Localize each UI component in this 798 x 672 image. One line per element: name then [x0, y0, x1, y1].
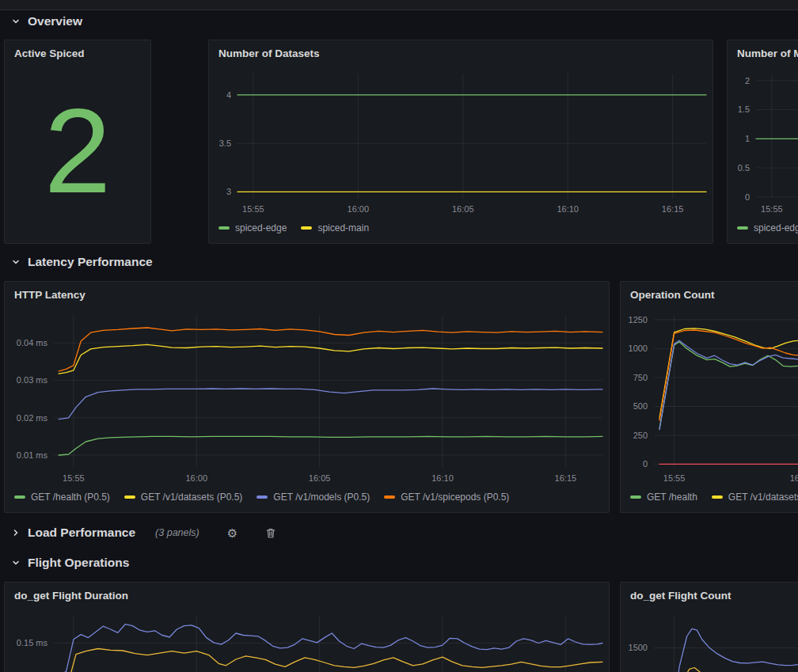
section-title: Flight Operations [28, 556, 129, 570]
panel-number-of-datasets: Number of Datasets 15:5516:0016:0516:101… [208, 40, 713, 244]
do-get-flight-count-chart[interactable]: 15:5516:001500 [621, 608, 798, 672]
op_count-plot: 15:5516:00025050075010001250 [621, 307, 798, 488]
section-header-overview[interactable]: Overview [11, 13, 82, 30]
datasets-plot: 15:5516:0016:0516:1016:1533.54 [209, 66, 712, 219]
svg-text:16:15: 16:15 [555, 473, 577, 483]
operation-count-legend: GET /healthGET /v1/datasets [621, 488, 798, 512]
legend-label: GET /health [647, 492, 697, 503]
legend-swatch-icon [14, 495, 25, 499]
section-title: Latency Performance [28, 255, 153, 269]
legend-label: GET /v1/datasets [728, 492, 798, 503]
number-of-models-legend: spiced-edge [728, 219, 798, 243]
chevron-down-icon [11, 558, 21, 568]
gear-icon[interactable]: ⚙ [227, 527, 238, 539]
stat-value: 2 [5, 66, 150, 243]
legend-item[interactable]: spiced-edge [737, 222, 798, 233]
number-of-datasets-chart[interactable]: 15:5516:0016:0516:1016:1533.54 [209, 66, 712, 219]
svg-text:1500: 1500 [629, 643, 648, 652]
panel-title-operation-count[interactable]: Operation Count [621, 282, 798, 307]
panel-title-active-spiced[interactable]: Active Spiced [5, 40, 150, 66]
svg-text:16:10: 16:10 [557, 204, 579, 214]
panel-number-of-models: Number of M 15:5516:0016:0516:1016:1500.… [727, 40, 798, 244]
section-header-load-performance[interactable]: Load Performance (3 panels) ⚙ [11, 524, 276, 541]
svg-text:3.5: 3.5 [219, 139, 231, 148]
legend-item[interactable]: GET /v1/datasets [712, 492, 798, 503]
panel-do-get-flight-duration: do_get Flight Duration 15:5516:0016:0516… [4, 582, 610, 672]
svg-text:500: 500 [633, 401, 648, 411]
panel-title-do-get-flight-duration[interactable]: do_get Flight Duration [5, 583, 609, 608]
svg-text:15:55: 15:55 [63, 473, 85, 483]
panel-http-latency: HTTP Latency 15:5516:0016:0516:1016:150.… [4, 281, 610, 513]
svg-text:15:55: 15:55 [663, 473, 686, 483]
svg-text:250: 250 [633, 431, 648, 440]
legend-swatch-icon [630, 495, 641, 499]
operation-count-chart[interactable]: 15:5516:00025050075010001250 [621, 307, 798, 488]
section-header-latency-performance[interactable]: Latency Performance [11, 253, 153, 271]
legend-item[interactable]: GET /v1/datasets (P0.5) [124, 492, 243, 503]
panel-do-get-flight-count: do_get Flight Count 15:5516:001500 [620, 582, 798, 672]
svg-text:1.5: 1.5 [738, 104, 750, 114]
http-latency-chart[interactable]: 15:5516:0016:0516:1016:150.01 ms0.02 ms0… [5, 307, 609, 488]
number-of-datasets-legend: spiced-edgespiced-main [209, 219, 712, 243]
flight_count-plot: 15:5516:001500 [621, 608, 798, 672]
legend-item[interactable]: GET /v1/spicepods (P0.5) [384, 492, 509, 503]
legend-item[interactable]: GET /v1/models (P0.5) [256, 492, 370, 503]
svg-text:4: 4 [226, 90, 231, 100]
legend-label: GET /health (P0.5) [31, 492, 110, 503]
svg-text:16:10: 16:10 [431, 473, 454, 483]
legend-swatch-icon [384, 495, 395, 499]
svg-text:16:00: 16:00 [185, 473, 207, 483]
do-get-flight-duration-chart[interactable]: 15:5516:0016:0516:1016:150.15 ms [5, 608, 609, 672]
http-latency-legend: GET /health (P0.5)GET /v1/datasets (P0.5… [5, 488, 609, 512]
svg-text:3: 3 [226, 187, 231, 196]
legend-swatch-icon [124, 495, 135, 499]
legend-swatch-icon [256, 495, 268, 499]
legend-label: spiced-edge [235, 222, 287, 233]
legend-label: GET /v1/spicepods (P0.5) [401, 492, 509, 503]
legend-item[interactable]: GET /health (P0.5) [14, 492, 110, 503]
svg-text:16:15: 16:15 [662, 204, 684, 214]
trash-icon[interactable] [265, 527, 276, 539]
http_latency-plot: 15:5516:0016:0516:1016:150.01 ms0.02 ms0… [5, 307, 609, 488]
svg-text:0.01 ms: 0.01 ms [17, 450, 48, 460]
legend-item[interactable]: GET /health [630, 492, 697, 503]
top-bar [0, 0, 798, 10]
svg-text:0.5: 0.5 [738, 163, 750, 173]
legend-swatch-icon [301, 226, 312, 230]
chevron-down-icon [11, 17, 21, 26]
legend-item[interactable]: spiced-main [301, 222, 369, 233]
svg-text:16:05: 16:05 [309, 473, 331, 483]
svg-text:16:00: 16:00 [790, 473, 798, 483]
svg-text:750: 750 [633, 373, 648, 382]
svg-text:0.03 ms: 0.03 ms [17, 375, 48, 385]
svg-text:0.04 ms: 0.04 ms [17, 338, 48, 347]
panel-title-do-get-flight-count[interactable]: do_get Flight Count [621, 583, 798, 608]
svg-text:1000: 1000 [629, 344, 648, 353]
panel-title-number-of-datasets[interactable]: Number of Datasets [209, 40, 712, 66]
dashboard: Overview Active Spiced 2 Number of Datas… [0, 0, 798, 672]
chevron-down-icon [11, 257, 21, 267]
legend-label: spiced-main [317, 222, 369, 233]
section-title: Load Performance [28, 526, 135, 540]
legend-label: GET /v1/models (P0.5) [273, 492, 370, 503]
panel-title-http-latency[interactable]: HTTP Latency [5, 282, 609, 307]
svg-text:0: 0 [643, 459, 648, 469]
panel-active-spiced: Active Spiced 2 [4, 40, 151, 244]
svg-text:1: 1 [745, 134, 750, 143]
svg-text:2: 2 [745, 76, 750, 85]
flight_duration-plot: 15:5516:0016:0516:1016:150.15 ms [5, 608, 609, 672]
legend-swatch-icon [712, 495, 723, 499]
legend-label: spiced-edge [754, 222, 798, 233]
panel-operation-count: Operation Count 15:5516:0002505007501000… [620, 281, 798, 513]
panel-title-number-of-models[interactable]: Number of M [728, 40, 798, 66]
svg-text:0: 0 [745, 192, 750, 202]
legend-label: GET /v1/datasets (P0.5) [141, 492, 243, 503]
svg-text:16:00: 16:00 [348, 204, 370, 214]
number-of-models-chart[interactable]: 15:5516:0016:0516:1016:1500.511.52 [728, 66, 798, 219]
svg-text:0.02 ms: 0.02 ms [17, 413, 48, 423]
models-plot: 15:5516:0016:0516:1016:1500.511.52 [728, 66, 798, 219]
legend-item[interactable]: spiced-edge [218, 222, 287, 233]
svg-text:15:55: 15:55 [761, 204, 783, 214]
svg-text:16:05: 16:05 [452, 204, 474, 214]
section-header-flight-operations[interactable]: Flight Operations [11, 554, 129, 571]
